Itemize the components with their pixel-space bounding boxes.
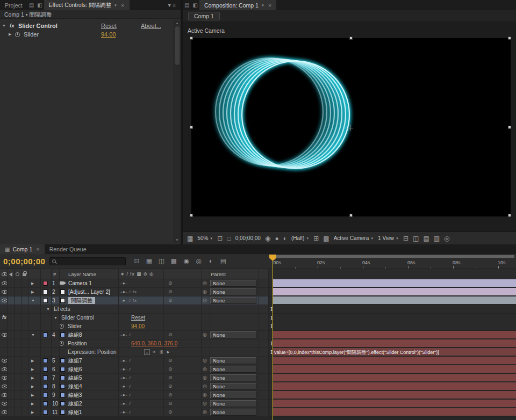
layer-switches[interactable]: -●- / fx <box>120 296 137 305</box>
parent-dropdown[interactable]: None▼ <box>210 297 256 304</box>
property-label[interactable]: Position <box>68 339 87 347</box>
twirl-down-icon[interactable]: ▼ <box>2 21 6 30</box>
graph-editor-icon[interactable]: ▤ <box>219 256 228 266</box>
parent-dropdown[interactable]: None▼ <box>210 383 256 390</box>
layer-switches[interactable]: -●- / <box>120 365 131 373</box>
parent-dropdown[interactable]: None▼ <box>210 357 256 364</box>
property-duration-bar[interactable] <box>273 339 516 347</box>
layer-duration-bar[interactable] <box>273 400 516 407</box>
playhead-line[interactable] <box>273 255 273 420</box>
panel-group-icon[interactable]: ◧ <box>35 0 44 10</box>
parent-pickwhip-icon[interactable]: ◎ <box>203 357 207 365</box>
layer-name[interactable]: [Adjust... Layer 2] <box>68 288 110 296</box>
mini-flowchart-icon[interactable]: ⊡ <box>132 256 141 266</box>
label-color-swatch[interactable] <box>43 393 48 397</box>
tab-composition[interactable]: Composition: Comp 1 ▼ × <box>199 0 276 10</box>
track-matte-icon[interactable]: ⊘ <box>168 382 173 390</box>
stopwatch-icon[interactable] <box>59 341 64 346</box>
layer-duration-bar[interactable] <box>273 391 516 399</box>
layer-duration-bar[interactable] <box>273 365 516 373</box>
twirl-arrow-icon[interactable]: ▶ <box>31 357 34 365</box>
visibility-eye-icon[interactable] <box>2 410 8 414</box>
stopwatch-icon[interactable] <box>59 324 64 329</box>
track-matte-icon[interactable]: ⊘ <box>168 408 173 416</box>
layer-switches[interactable]: -●- / <box>120 391 131 399</box>
fx-icon[interactable]: fx <box>2 314 6 322</box>
label-color-swatch[interactable] <box>43 332 48 337</box>
col-layer-name[interactable]: Layer Name <box>68 269 96 279</box>
twirl-right-icon[interactable]: ▶ <box>9 30 11 39</box>
parent-pickwhip-icon[interactable]: ◎ <box>203 365 207 373</box>
reset-link[interactable]: Reset <box>101 21 117 30</box>
region-of-interest-icon[interactable]: ⊞ <box>313 235 319 242</box>
hide-shy-layers-icon[interactable]: ◫ <box>157 256 166 266</box>
twirl-arrow-icon[interactable]: ▶ <box>31 382 34 390</box>
transparency-grid-icon[interactable]: ▩ <box>323 235 329 242</box>
visibility-eye-icon[interactable] <box>2 385 8 388</box>
twirl-arrow-icon[interactable]: ▶ <box>31 374 34 382</box>
timeline-button-icon[interactable]: ▤ <box>423 235 429 242</box>
layer-switches[interactable]: -●- / <box>120 374 131 382</box>
stopwatch-icon[interactable] <box>15 32 20 37</box>
motion-blur-icon[interactable]: ◉ <box>182 256 191 266</box>
close-icon[interactable]: × <box>36 246 39 252</box>
tab-render-queue[interactable]: Render Queue <box>45 244 91 254</box>
composition-viewport[interactable] <box>191 38 511 216</box>
track-matte-icon[interactable]: ⊘ <box>168 374 173 382</box>
comp-1-chip[interactable]: Comp 1 <box>188 12 220 20</box>
auto-keyframe-icon[interactable]: ◐ <box>206 256 216 266</box>
layer-handle[interactable] <box>349 214 353 217</box>
layer-duration-bar[interactable] <box>273 288 516 295</box>
magnification-dropdown[interactable]: 50%▼ <box>197 235 213 241</box>
search-input[interactable] <box>58 258 129 264</box>
panel-menu-icon[interactable]: ▼≡ <box>162 0 181 10</box>
layer-name[interactable]: 線組6 <box>68 365 82 373</box>
visibility-eye-icon[interactable] <box>2 333 8 337</box>
effect-name[interactable]: Slider Control <box>61 314 94 322</box>
layer-switches[interactable]: -●- / <box>120 408 131 416</box>
twirl-arrow-icon[interactable]: ▶ <box>31 279 34 287</box>
tab-effect-controls[interactable]: Effect Controls: 間隔調整 ▼ × <box>44 0 130 10</box>
exposure-reset-icon[interactable]: ◎ <box>444 235 449 242</box>
layer-handle[interactable] <box>508 214 511 217</box>
visibility-eye-icon[interactable] <box>2 299 8 302</box>
parent-dropdown[interactable]: None▼ <box>210 331 256 338</box>
track-matte-icon[interactable]: ⊘ <box>168 400 173 408</box>
twirl-arrow-icon[interactable]: ▶ <box>31 365 34 373</box>
label-color-swatch[interactable] <box>43 401 48 406</box>
expression-enable-icon[interactable]: = <box>144 349 150 355</box>
panel-lock-icon[interactable]: ◧ <box>191 0 199 10</box>
expression-language-icon[interactable]: ▸ <box>167 348 170 356</box>
layer-handle[interactable] <box>508 37 511 40</box>
layer-name[interactable]: 線組3 <box>68 391 82 399</box>
snapshot-icon[interactable]: ◉ <box>265 235 270 242</box>
pixel-aspect-correction-icon[interactable]: ⊟ <box>403 235 408 242</box>
layer-switches[interactable]: -●- / <box>120 382 131 390</box>
twirl-down-icon[interactable]: ▼ <box>54 314 58 322</box>
label-color-swatch[interactable] <box>43 375 48 380</box>
parent-pickwhip-icon[interactable]: ◎ <box>203 331 207 339</box>
twirl-down-icon[interactable]: ▼ <box>46 305 50 313</box>
tab-project[interactable]: Project <box>0 0 27 10</box>
layer-switches[interactable]: -●- / <box>120 331 131 339</box>
property-value[interactable]: 94.00 <box>131 322 145 330</box>
label-color-swatch[interactable] <box>43 367 48 372</box>
track-matte-icon[interactable]: ⊘ <box>168 279 173 287</box>
parent-dropdown[interactable]: None▼ <box>210 374 256 381</box>
parent-pickwhip-icon[interactable]: ◎ <box>203 288 207 296</box>
layer-name[interactable]: 間隔調整 <box>68 297 95 304</box>
twirl-arrow-icon[interactable]: ▼ <box>31 331 35 339</box>
layer-switches[interactable]: -●- <box>120 279 127 287</box>
layer-name[interactable]: 線組8 <box>68 331 82 339</box>
visibility-eye-icon[interactable] <box>2 281 8 285</box>
parent-pickwhip-icon[interactable]: ◎ <box>203 296 207 305</box>
track-matte-icon[interactable]: ⊘ <box>168 357 173 365</box>
mask-visibility-icon[interactable]: □ <box>227 235 231 242</box>
visibility-eye-icon[interactable] <box>2 393 8 397</box>
parent-pickwhip-icon[interactable]: ◎ <box>203 374 207 382</box>
preview-time[interactable]: 0;00;00;00 <box>235 235 261 241</box>
parent-dropdown[interactable]: None▼ <box>210 366 256 373</box>
layer-handle[interactable] <box>349 37 353 40</box>
layer-name[interactable]: 線組2 <box>68 400 82 408</box>
visibility-eye-icon[interactable] <box>2 402 8 405</box>
